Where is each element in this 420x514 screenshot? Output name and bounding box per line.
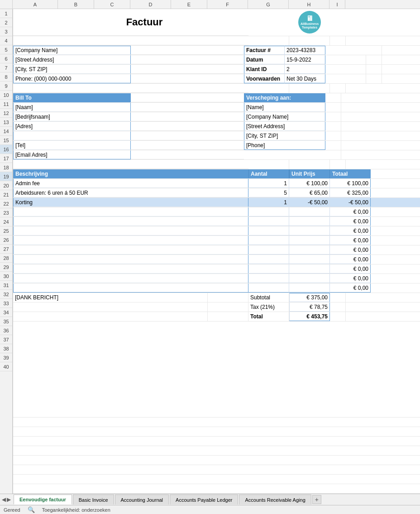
aantal-28[interactable]	[248, 283, 289, 293]
totaal-22[interactable]: € 0,00	[330, 226, 371, 235]
tab-accounts-payable[interactable]: Accounts Payable Ledger	[170, 495, 238, 504]
desc-22[interactable]	[13, 226, 248, 235]
unit-27[interactable]	[289, 274, 330, 283]
col-header-i[interactable]: I	[329, 0, 345, 9]
phone-cell[interactable]: Phone: (000) 000-0000	[13, 74, 131, 83]
aantal-19[interactable]: 1	[248, 198, 289, 207]
totaal-18[interactable]: € 325,00	[330, 188, 371, 197]
naam-cell[interactable]: [Naam]	[13, 103, 131, 112]
row-2[interactable]: 2	[0, 18, 12, 27]
col-header-h[interactable]: H	[289, 0, 329, 9]
totaal-21[interactable]: € 0,00	[330, 217, 371, 226]
row-1[interactable]: 1	[0, 9, 12, 18]
desc-19[interactable]: Korting	[13, 198, 248, 207]
unit-17[interactable]: € 100,00	[289, 179, 330, 188]
row-19[interactable]: 19	[0, 172, 12, 181]
row-9[interactable]: 9	[0, 82, 12, 91]
desc-26[interactable]	[13, 264, 248, 274]
col-header-g[interactable]: G	[248, 0, 289, 9]
row-28[interactable]: 28	[0, 254, 12, 263]
totaal-19[interactable]: -€ 50,00	[330, 198, 371, 207]
row-39[interactable]: 39	[0, 353, 12, 362]
aantal-20[interactable]	[248, 207, 289, 216]
adres-cell[interactable]: [Adres]	[13, 122, 131, 131]
desc-23[interactable]	[13, 236, 248, 245]
totaal-23[interactable]: € 0,00	[330, 236, 371, 245]
row-31[interactable]: 31	[0, 281, 12, 290]
unit-22[interactable]	[289, 226, 330, 235]
aantal-23[interactable]	[248, 236, 289, 245]
tab-left-arrow[interactable]: ◀	[2, 496, 6, 503]
row-40[interactable]: 40	[0, 362, 12, 371]
row-17[interactable]: 17	[0, 154, 12, 163]
tel-cell[interactable]: [Tel]	[13, 141, 131, 150]
totaal-25[interactable]: € 0,00	[330, 255, 371, 264]
unit-23[interactable]	[289, 236, 330, 245]
aantal-18[interactable]: 5	[248, 188, 289, 197]
tab-right-arrow[interactable]: ▶	[7, 496, 11, 503]
row-36[interactable]: 36	[0, 326, 12, 335]
ship-city-cell[interactable]: [City, ST ZIP]	[244, 131, 325, 140]
row-33[interactable]: 33	[0, 299, 12, 308]
aantal-24[interactable]	[248, 245, 289, 255]
tab-accounting-journal[interactable]: Accounting Journal	[115, 495, 169, 504]
desc-20[interactable]	[13, 207, 248, 216]
unit-18[interactable]: € 65,00	[289, 188, 330, 197]
email-cell[interactable]: [Email Adres]	[13, 150, 131, 159]
aantal-22[interactable]	[248, 226, 289, 235]
row-32[interactable]: 32	[0, 290, 12, 299]
row-37[interactable]: 37	[0, 335, 12, 344]
row-20[interactable]: 20	[0, 181, 12, 190]
row-26[interactable]: 26	[0, 235, 12, 245]
row-34[interactable]: 34	[0, 308, 12, 317]
totaal-28[interactable]: € 0,00	[330, 283, 371, 293]
aantal-17[interactable]: 1	[248, 179, 289, 188]
row-15[interactable]: 15	[0, 136, 12, 145]
ship-street-cell[interactable]: [Street Address]	[244, 122, 325, 131]
row-22[interactable]: 22	[0, 199, 12, 208]
row-7[interactable]: 7	[0, 63, 12, 72]
row-10[interactable]: 10	[0, 91, 12, 100]
desc-28[interactable]	[13, 283, 248, 293]
row-5[interactable]: 5	[0, 45, 12, 54]
factuur-value-cell[interactable]: 2023-43283	[285, 46, 325, 55]
row-24[interactable]: 24	[0, 217, 12, 226]
desc-18[interactable]: Arbeidsuren: 6 uren á 50 EUR	[13, 188, 248, 197]
city-cell[interactable]: [City, ST ZIP]	[13, 65, 131, 74]
unit-24[interactable]	[289, 245, 330, 255]
row-23[interactable]: 23	[0, 208, 12, 217]
unit-28[interactable]	[289, 283, 330, 293]
col-header-d[interactable]: D	[130, 0, 171, 9]
ship-phone-cell[interactable]: [Phone]	[244, 141, 325, 150]
desc-27[interactable]	[13, 274, 248, 283]
row-29[interactable]: 29	[0, 263, 12, 272]
row-30[interactable]: 30	[0, 272, 12, 281]
voorwaarden-value-cell[interactable]: Net 30 Days	[285, 74, 325, 83]
totaal-20[interactable]: € 0,00	[330, 207, 371, 216]
col-header-c[interactable]: C	[94, 0, 130, 9]
ship-company-cell[interactable]: [Company Name]	[244, 112, 325, 121]
dank-cell[interactable]: [DANK BERICHT]	[13, 293, 208, 302]
aantal-25[interactable]	[248, 255, 289, 264]
desc-25[interactable]	[13, 255, 248, 264]
unit-20[interactable]	[289, 207, 330, 216]
row-27[interactable]: 27	[0, 245, 12, 254]
row-18[interactable]: 18	[0, 163, 12, 172]
add-sheet-button[interactable]: +	[312, 495, 321, 504]
street-cell[interactable]: [Street Address]	[13, 55, 131, 64]
tab-eenvoudige-factuur[interactable]: Eenvoudige factuur	[14, 495, 72, 504]
row-13[interactable]: 13	[0, 118, 12, 127]
desc-24[interactable]	[13, 245, 248, 255]
tab-accounts-receivable[interactable]: Accounts Receivable Aging	[239, 495, 311, 504]
aantal-27[interactable]	[248, 274, 289, 283]
row-12[interactable]: 12	[0, 109, 12, 118]
unit-19[interactable]: -€ 50,00	[289, 198, 330, 207]
unit-21[interactable]	[289, 217, 330, 226]
row-38[interactable]: 38	[0, 344, 12, 353]
row-8[interactable]: 8	[0, 72, 12, 82]
company-name-cell[interactable]: [Company Name]	[13, 46, 131, 55]
totaal-17[interactable]: € 100,00	[330, 179, 371, 188]
row-25[interactable]: 25	[0, 226, 12, 235]
datum-value-cell[interactable]: 15-9-2022	[285, 55, 325, 64]
col-header-f[interactable]: F	[207, 0, 248, 9]
